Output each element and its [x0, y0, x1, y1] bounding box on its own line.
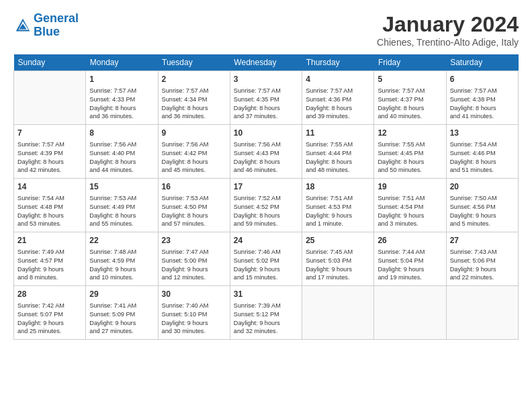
day-cell: 30Sunrise: 7:40 AM Sunset: 5:10 PM Dayli…: [158, 286, 230, 340]
weekday-saturday: Saturday: [446, 54, 518, 71]
day-cell: 9Sunrise: 7:56 AM Sunset: 4:42 PM Daylig…: [158, 125, 230, 179]
day-cell: 5Sunrise: 7:57 AM Sunset: 4:37 PM Daylig…: [374, 71, 446, 125]
day-cell: 17Sunrise: 7:52 AM Sunset: 4:52 PM Dayli…: [230, 179, 302, 232]
day-number: 3: [234, 74, 298, 85]
day-info: Sunrise: 7:45 AM Sunset: 5:03 PM Dayligh…: [306, 248, 370, 283]
day-number: 27: [450, 235, 515, 246]
day-cell: 6Sunrise: 7:57 AM Sunset: 4:38 PM Daylig…: [446, 71, 518, 125]
day-cell: 27Sunrise: 7:43 AM Sunset: 5:06 PM Dayli…: [446, 232, 518, 286]
day-info: Sunrise: 7:48 AM Sunset: 4:59 PM Dayligh…: [89, 248, 154, 283]
day-cell: 12Sunrise: 7:55 AM Sunset: 4:45 PM Dayli…: [374, 125, 446, 179]
logo-line2: Blue: [34, 25, 60, 38]
day-cell: 18Sunrise: 7:51 AM Sunset: 4:53 PM Dayli…: [302, 179, 374, 232]
day-info: Sunrise: 7:41 AM Sunset: 5:09 PM Dayligh…: [89, 302, 154, 336]
day-info: Sunrise: 7:53 AM Sunset: 4:49 PM Dayligh…: [89, 194, 154, 229]
day-number: 16: [162, 181, 226, 193]
day-cell: [446, 286, 518, 340]
day-info: Sunrise: 7:57 AM Sunset: 4:35 PM Dayligh…: [234, 87, 298, 122]
logo-line1: General: [34, 11, 79, 25]
day-number: 13: [450, 128, 515, 139]
day-number: 8: [89, 128, 154, 139]
day-info: Sunrise: 7:57 AM Sunset: 4:34 PM Dayligh…: [162, 87, 226, 122]
location: Chienes, Trentino-Alto Adige, Italy: [377, 37, 519, 48]
day-number: 19: [378, 181, 442, 193]
day-info: Sunrise: 7:47 AM Sunset: 5:00 PM Dayligh…: [162, 248, 226, 283]
day-cell: 23Sunrise: 7:47 AM Sunset: 5:00 PM Dayli…: [158, 232, 230, 286]
day-cell: [374, 286, 446, 340]
day-number: 11: [306, 128, 370, 139]
day-cell: 21Sunrise: 7:49 AM Sunset: 4:57 PM Dayli…: [14, 232, 86, 286]
day-cell: 8Sunrise: 7:56 AM Sunset: 4:40 PM Daylig…: [86, 125, 158, 179]
weekday-thursday: Thursday: [302, 54, 374, 71]
day-number: 5: [378, 74, 442, 85]
logo-text: General Blue: [34, 12, 79, 39]
weekday-friday: Friday: [374, 54, 446, 71]
page: General Blue January 2024 Chienes, Trent…: [0, 0, 532, 411]
day-number: 9: [162, 128, 226, 139]
logo-icon: [13, 16, 32, 35]
logo: General Blue: [13, 12, 79, 39]
day-info: Sunrise: 7:57 AM Sunset: 4:39 PM Dayligh…: [17, 140, 82, 175]
day-cell: 2Sunrise: 7:57 AM Sunset: 4:34 PM Daylig…: [158, 71, 230, 125]
day-number: 22: [89, 235, 154, 246]
day-info: Sunrise: 7:57 AM Sunset: 4:37 PM Dayligh…: [378, 87, 442, 122]
day-number: 20: [450, 181, 515, 193]
day-number: 6: [450, 74, 515, 85]
day-number: 12: [378, 128, 442, 139]
week-row-3: 14Sunrise: 7:54 AM Sunset: 4:48 PM Dayli…: [14, 179, 519, 232]
week-row-5: 28Sunrise: 7:42 AM Sunset: 5:07 PM Dayli…: [14, 286, 519, 340]
day-info: Sunrise: 7:46 AM Sunset: 5:02 PM Dayligh…: [234, 248, 298, 283]
day-cell: [302, 286, 374, 340]
day-info: Sunrise: 7:43 AM Sunset: 5:06 PM Dayligh…: [450, 248, 515, 283]
day-cell: 15Sunrise: 7:53 AM Sunset: 4:49 PM Dayli…: [86, 179, 158, 232]
day-cell: 29Sunrise: 7:41 AM Sunset: 5:09 PM Dayli…: [86, 286, 158, 340]
weekday-tuesday: Tuesday: [158, 54, 230, 71]
header: General Blue January 2024 Chienes, Trent…: [13, 12, 519, 48]
day-number: 25: [306, 235, 370, 246]
weekday-header-row: SundayMondayTuesdayWednesdayThursdayFrid…: [14, 54, 519, 71]
day-info: Sunrise: 7:50 AM Sunset: 4:56 PM Dayligh…: [450, 194, 515, 229]
day-number: 2: [162, 74, 226, 85]
day-cell: 20Sunrise: 7:50 AM Sunset: 4:56 PM Dayli…: [446, 179, 518, 232]
day-info: Sunrise: 7:55 AM Sunset: 4:45 PM Dayligh…: [378, 140, 442, 175]
day-info: Sunrise: 7:57 AM Sunset: 4:33 PM Dayligh…: [89, 87, 154, 122]
day-info: Sunrise: 7:57 AM Sunset: 4:36 PM Dayligh…: [306, 87, 370, 122]
day-number: 14: [17, 181, 82, 193]
day-number: 4: [306, 74, 370, 85]
weekday-wednesday: Wednesday: [230, 54, 302, 71]
day-info: Sunrise: 7:56 AM Sunset: 4:43 PM Dayligh…: [234, 140, 298, 175]
day-cell: 16Sunrise: 7:53 AM Sunset: 4:50 PM Dayli…: [158, 179, 230, 232]
weekday-sunday: Sunday: [14, 54, 86, 71]
day-info: Sunrise: 7:39 AM Sunset: 5:12 PM Dayligh…: [234, 302, 298, 336]
day-info: Sunrise: 7:42 AM Sunset: 5:07 PM Dayligh…: [17, 302, 82, 336]
day-info: Sunrise: 7:56 AM Sunset: 4:42 PM Dayligh…: [162, 140, 226, 175]
day-cell: 1Sunrise: 7:57 AM Sunset: 4:33 PM Daylig…: [86, 71, 158, 125]
weekday-monday: Monday: [86, 54, 158, 71]
day-info: Sunrise: 7:51 AM Sunset: 4:54 PM Dayligh…: [378, 194, 442, 229]
week-row-1: 1Sunrise: 7:57 AM Sunset: 4:33 PM Daylig…: [14, 71, 519, 125]
title-block: January 2024 Chienes, Trentino-Alto Adig…: [377, 12, 519, 48]
day-cell: 11Sunrise: 7:55 AM Sunset: 4:44 PM Dayli…: [302, 125, 374, 179]
day-cell: 25Sunrise: 7:45 AM Sunset: 5:03 PM Dayli…: [302, 232, 374, 286]
day-info: Sunrise: 7:40 AM Sunset: 5:10 PM Dayligh…: [162, 302, 226, 336]
week-row-2: 7Sunrise: 7:57 AM Sunset: 4:39 PM Daylig…: [14, 125, 519, 179]
day-number: 24: [234, 235, 298, 246]
day-cell: 7Sunrise: 7:57 AM Sunset: 4:39 PM Daylig…: [14, 125, 86, 179]
day-number: 18: [306, 181, 370, 193]
day-number: 23: [162, 235, 226, 246]
day-info: Sunrise: 7:49 AM Sunset: 4:57 PM Dayligh…: [17, 248, 82, 283]
day-number: 10: [234, 128, 298, 139]
day-info: Sunrise: 7:54 AM Sunset: 4:46 PM Dayligh…: [450, 140, 515, 175]
day-cell: [14, 71, 86, 125]
day-cell: 19Sunrise: 7:51 AM Sunset: 4:54 PM Dayli…: [374, 179, 446, 232]
day-number: 7: [17, 128, 82, 139]
day-number: 31: [234, 289, 298, 300]
day-info: Sunrise: 7:52 AM Sunset: 4:52 PM Dayligh…: [234, 194, 298, 229]
day-cell: 4Sunrise: 7:57 AM Sunset: 4:36 PM Daylig…: [302, 71, 374, 125]
day-info: Sunrise: 7:44 AM Sunset: 5:04 PM Dayligh…: [378, 248, 442, 283]
day-cell: 3Sunrise: 7:57 AM Sunset: 4:35 PM Daylig…: [230, 71, 302, 125]
day-number: 29: [89, 289, 154, 300]
day-number: 21: [17, 235, 82, 246]
day-info: Sunrise: 7:54 AM Sunset: 4:48 PM Dayligh…: [17, 194, 82, 229]
day-cell: 14Sunrise: 7:54 AM Sunset: 4:48 PM Dayli…: [14, 179, 86, 232]
